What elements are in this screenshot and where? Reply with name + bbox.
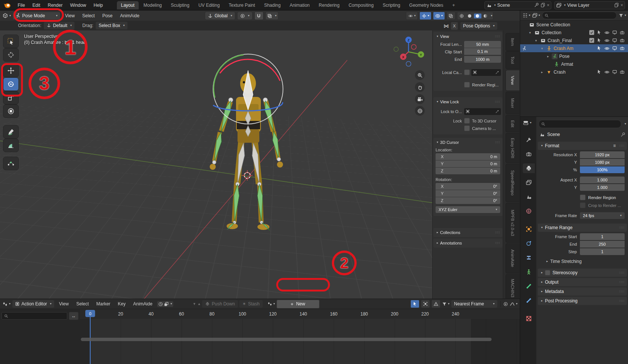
filter-funnel-icon[interactable]: ▾: [442, 302, 449, 307]
selectable-icon[interactable]: [597, 69, 602, 75]
hidden-objects-filter-toggle[interactable]: [421, 300, 430, 308]
crop-to-render-checkbox[interactable]: [580, 202, 586, 208]
only-selected-filter-toggle[interactable]: [410, 300, 419, 308]
local-camera-checkbox[interactable]: [464, 69, 470, 75]
render-disable-icon[interactable]: [620, 30, 625, 35]
clip-end-field[interactable]: 1000 m: [464, 56, 501, 63]
filter-icon[interactable]: ▾: [619, 13, 626, 18]
outliner-row-crash-mesh[interactable]: ▸ ▼ Crash: [520, 68, 628, 76]
frame-start-field[interactable]: 1: [580, 233, 625, 240]
new-view-layer-icon[interactable]: [614, 3, 619, 8]
cursor-rot-z-field[interactable]: Z0°: [436, 197, 500, 204]
post-processing-panel-header[interactable]: ▸Post Processing∷∷: [538, 297, 627, 305]
grip-icon[interactable]: ∷∷: [620, 226, 625, 230]
transform-orientation-dropdown[interactable]: Global ▾: [205, 12, 235, 20]
panel-3d-cursor-header[interactable]: ▾3D Cursor∷∷: [433, 139, 502, 146]
proportional-edit-icon[interactable]: [503, 302, 508, 307]
render-region-checkbox[interactable]: [580, 195, 586, 200]
camera-to-view-checkbox[interactable]: [464, 125, 470, 131]
shading-solid-button[interactable]: [466, 14, 474, 18]
pan-hand-button[interactable]: [415, 82, 425, 92]
action-editor-mode-dropdown[interactable]: Action Editor ▾: [12, 300, 54, 308]
aspect-y-field[interactable]: 1.000: [580, 184, 625, 191]
drag-select-box-dropdown[interactable]: Select Box ▾: [95, 21, 127, 30]
shading-material-button[interactable]: [474, 14, 481, 18]
pose-options-dropdown[interactable]: Pose Options ▾: [460, 22, 498, 30]
workspace-tab-shading[interactable]: Shading: [260, 1, 285, 9]
previous-action-icon[interactable]: ▼: [193, 302, 196, 306]
viewport-3d[interactable]: Z Y X User Perspective (0) Crash Amature…: [0, 30, 520, 299]
new-action-button[interactable]: + New: [277, 300, 319, 308]
dope-menu-animaide[interactable]: AnimAide: [130, 300, 155, 308]
snap-mode-dropdown[interactable]: Nearest Frame ▾: [451, 300, 498, 308]
grip-icon[interactable]: ∷∷: [495, 241, 500, 245]
remove-view-layer-icon[interactable]: ×: [620, 3, 623, 8]
render-disable-icon[interactable]: [620, 69, 625, 75]
object-visibility-dropdown[interactable]: ▾: [406, 12, 418, 20]
viewport-disable-icon[interactable]: [612, 30, 617, 35]
lock-to-object-field[interactable]: [464, 108, 501, 115]
properties-tab-render[interactable]: [523, 149, 535, 159]
frame-rate-dropdown[interactable]: 24 fps▾: [580, 212, 625, 219]
to-3d-cursor-checkbox[interactable]: [464, 118, 470, 124]
dope-menu-select[interactable]: Select: [73, 300, 92, 308]
outliner-row-armature-data[interactable]: Armat: [520, 60, 628, 68]
panel-collections[interactable]: ▸Collections∷∷: [433, 228, 502, 237]
next-action-icon[interactable]: ▲: [198, 302, 201, 306]
channel-search-input[interactable]: [2, 312, 67, 320]
stereoscopy-checkbox[interactable]: [545, 270, 550, 275]
properties-tab-object[interactable]: [523, 224, 535, 234]
panel-annotations[interactable]: ▸Annotations∷∷: [433, 239, 502, 248]
resolution-x-field[interactable]: 1920 px: [580, 151, 625, 158]
menu-view[interactable]: View: [62, 12, 78, 20]
tool-annotate[interactable]: [3, 125, 19, 139]
properties-tab-world[interactable]: [523, 206, 535, 216]
expand-collapse-icon[interactable]: ↔: [69, 312, 79, 320]
editor-type-properties-icon[interactable]: ▾: [523, 120, 531, 126]
cursor-loc-z-field[interactable]: Z0 m: [436, 168, 500, 174]
editor-type-dope-sheet-icon[interactable]: ▾: [2, 301, 11, 307]
properties-tab-bone-constraints[interactable]: [523, 296, 535, 305]
editor-type-3d-viewport-icon[interactable]: ▾: [2, 13, 11, 19]
action-datablock-icon[interactable]: ▾: [267, 301, 275, 307]
dope-menu-marker[interactable]: Marker: [93, 300, 113, 308]
horizontal-scrollbar[interactable]: [81, 338, 492, 341]
keyframe-interpolation-icon[interactable]: ▾: [510, 301, 518, 307]
outliner-row-pose[interactable]: ▸ Pose: [520, 52, 628, 60]
pin-icon[interactable]: [620, 132, 625, 137]
layered-animation-icon[interactable]: [164, 302, 169, 307]
sidebar-tab-speedretopo[interactable]: SpeedRetopo: [505, 164, 519, 202]
outliner-row-scene-collection[interactable]: Scene Collection: [520, 21, 628, 29]
stash-button[interactable]: ✶ Stash: [239, 300, 263, 308]
menu-select[interactable]: Select: [79, 12, 98, 20]
properties-tab-view-layer[interactable]: [523, 178, 535, 187]
grip-icon[interactable]: ∷∷: [495, 231, 500, 234]
grip-icon[interactable]: ∷∷: [620, 144, 625, 148]
pin-icon[interactable]: [534, 3, 539, 8]
sidebar-tab-mixer[interactable]: Mixer: [505, 92, 519, 114]
frame-range-panel-header[interactable]: ▾Frame Range ∷∷: [538, 224, 627, 232]
shading-options-chevron-icon[interactable]: ▾: [491, 14, 492, 17]
viewport-disable-icon[interactable]: [612, 46, 617, 51]
properties-tab-tool[interactable]: [523, 135, 535, 145]
errors-filter-toggle[interactable]: [431, 300, 440, 308]
disclosure-icon[interactable]: ▾: [535, 39, 540, 42]
format-panel-header[interactable]: ▾Format ≡ ∷∷: [538, 142, 627, 150]
render-disable-icon[interactable]: [620, 46, 625, 51]
local-camera-object-field[interactable]: [471, 69, 501, 76]
tool-pose-breakdowner[interactable]: [3, 157, 19, 170]
cursor-rot-x-field[interactable]: X0°: [436, 183, 500, 190]
clip-start-field[interactable]: 0.1 m: [464, 48, 501, 55]
workspace-tab-compositing[interactable]: Compositing: [344, 1, 378, 9]
show-overlays-toggle[interactable]: ▾: [433, 12, 445, 20]
aspect-x-field[interactable]: 1.000: [580, 177, 625, 183]
grip-icon[interactable]: ∷∷: [495, 35, 500, 38]
camera-view-button[interactable]: [415, 94, 425, 104]
resolution-y-field[interactable]: 1080 px: [580, 159, 625, 166]
sidebar-tab-machin3[interactable]: MACHIN3: [505, 274, 519, 299]
focal-length-field[interactable]: 50 mm: [464, 41, 501, 48]
properties-tab-constraints[interactable]: [523, 253, 535, 263]
panel-view-lock-header[interactable]: ▾View Lock∷∷: [433, 98, 502, 106]
tool-select-box[interactable]: [3, 35, 19, 48]
hide-eye-icon[interactable]: [604, 69, 610, 75]
